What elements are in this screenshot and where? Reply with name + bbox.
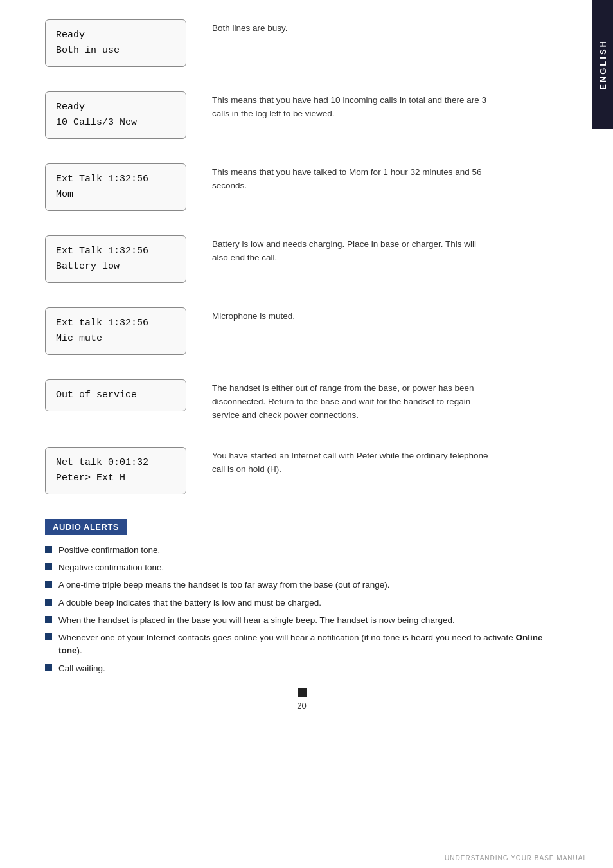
- description-out-of-service: The handset is either out of range from …: [212, 379, 488, 422]
- main-content: ReadyBoth in useBoth lines are busy.Read…: [0, 0, 591, 730]
- lcd-box-calls-new: Ready10 Calls/3 New: [45, 91, 186, 139]
- sidebar-label: ENGLISH: [598, 39, 608, 90]
- bullet-icon-1: [45, 563, 52, 570]
- display-row-out-of-service: Out of serviceThe handset is either out …: [45, 379, 558, 422]
- alert-item-3: A double beep indicates that the battery…: [45, 597, 558, 610]
- description-net-talk-peter: You have started an Internet call with P…: [212, 447, 488, 476]
- lcd-box-ext-talk-battery: Ext Talk 1:32:56Battery low: [45, 235, 186, 283]
- alert-item-2: A one-time triple beep means the handset…: [45, 579, 558, 592]
- lcd-line2-calls-new: 10 Calls/3 New: [56, 115, 175, 131]
- bullet-icon-2: [45, 581, 52, 588]
- bullet-icon-6: [45, 664, 52, 671]
- lcd-line2-ext-talk-mic: Mic mute: [56, 331, 175, 347]
- description-ext-talk-battery: Battery is low and needs charging. Place…: [212, 235, 488, 265]
- alerts-list: Positive confirmation tone.Negative conf…: [45, 544, 558, 675]
- lcd-line1-ext-talk-mom: Ext Talk 1:32:56: [56, 172, 175, 187]
- bullet-icon-0: [45, 546, 52, 553]
- bottom-square-icon: [298, 688, 306, 697]
- display-row-calls-new: Ready10 Calls/3 NewThis means that you h…: [45, 91, 558, 139]
- lcd-line1-net-talk-peter: Net talk 0:01:32: [56, 455, 175, 471]
- alert-text-4: When the handset is placed in the base y…: [58, 614, 455, 627]
- lcd-box-net-talk-peter: Net talk 0:01:32Peter> Ext H: [45, 447, 186, 494]
- display-row-ext-talk-battery: Ext Talk 1:32:56Battery lowBattery is lo…: [45, 235, 558, 283]
- display-rows: ReadyBoth in useBoth lines are busy.Read…: [45, 19, 558, 494]
- audio-alerts-header: AUDIO ALERTS: [45, 519, 127, 535]
- lcd-box-out-of-service: Out of service: [45, 379, 186, 411]
- alert-text-2: A one-time triple beep means the handset…: [58, 579, 390, 592]
- lcd-line2-ext-talk-battery: Battery low: [56, 259, 175, 275]
- alert-item-4: When the handset is placed in the base y…: [45, 614, 558, 627]
- lcd-box-ext-talk-mic: Ext talk 1:32:56Mic mute: [45, 307, 186, 355]
- alert-text-5: Whenever one of your Internet contacts g…: [58, 631, 558, 658]
- display-row-net-talk-peter: Net talk 0:01:32Peter> Ext HYou have sta…: [45, 447, 558, 494]
- description-ext-talk-mom: This means that you have talked to Mom f…: [212, 163, 488, 193]
- lcd-line1-ext-talk-mic: Ext talk 1:32:56: [56, 316, 175, 331]
- description-both-in-use: Both lines are busy.: [212, 19, 288, 35]
- alert-item-0: Positive confirmation tone.: [45, 544, 558, 557]
- bullet-icon-5: [45, 633, 52, 640]
- alert-text-0: Positive confirmation tone.: [58, 544, 160, 557]
- alert-item-1: Negative confirmation tone.: [45, 561, 558, 574]
- display-row-ext-talk-mic: Ext talk 1:32:56Mic muteMicrophone is mu…: [45, 307, 558, 355]
- display-row-both-in-use: ReadyBoth in useBoth lines are busy.: [45, 19, 558, 67]
- alert-item-5: Whenever one of your Internet contacts g…: [45, 631, 558, 658]
- lcd-line1-calls-new: Ready: [56, 100, 175, 115]
- page-number: 20: [297, 701, 306, 710]
- lcd-line2-both-in-use: Both in use: [56, 43, 175, 59]
- lcd-line1-ext-talk-battery: Ext Talk 1:32:56: [56, 244, 175, 259]
- alert-item-6: Call waiting.: [45, 662, 558, 675]
- lcd-line1-both-in-use: Ready: [56, 28, 175, 43]
- display-row-ext-talk-mom: Ext Talk 1:32:56MomThis means that you h…: [45, 163, 558, 211]
- alert-text-6: Call waiting.: [58, 662, 105, 675]
- description-ext-talk-mic: Microphone is muted.: [212, 307, 295, 323]
- footer-text: UNDERSTANDING YOUR BASE MANUAL: [445, 854, 587, 862]
- alert-text-1: Negative confirmation tone.: [58, 561, 164, 574]
- lcd-line1-out-of-service: Out of service: [56, 388, 175, 403]
- lcd-line2-net-talk-peter: Peter> Ext H: [56, 471, 175, 486]
- description-calls-new: This means that you have had 10 incoming…: [212, 91, 488, 121]
- bullet-icon-4: [45, 616, 52, 623]
- bullet-icon-3: [45, 599, 52, 606]
- audio-alerts-section: AUDIO ALERTS Positive confirmation tone.…: [45, 519, 558, 675]
- alert-text-3: A double beep indicates that the battery…: [58, 597, 321, 610]
- sidebar-tab: ENGLISH: [592, 0, 613, 129]
- lcd-box-ext-talk-mom: Ext Talk 1:32:56Mom: [45, 163, 186, 211]
- lcd-line2-ext-talk-mom: Mom: [56, 187, 175, 203]
- lcd-box-both-in-use: ReadyBoth in use: [45, 19, 186, 67]
- bottom-section: 20: [45, 688, 558, 710]
